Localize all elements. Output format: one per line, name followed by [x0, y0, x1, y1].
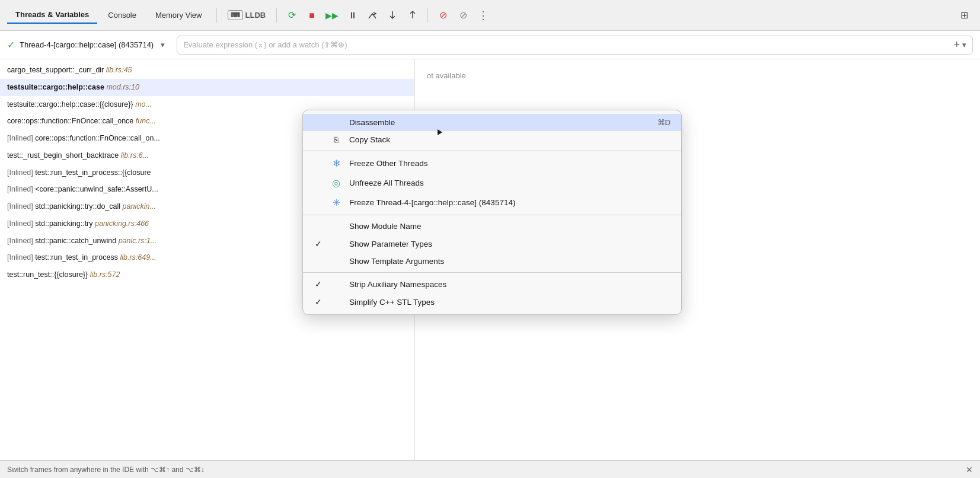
menu-item-simplify-stl[interactable]: ✓ Simplify C++ STL Types: [303, 293, 681, 311]
menu-check-strip-aux: ✓: [314, 279, 323, 289]
copy-stack-icon: ⎘: [330, 135, 342, 144]
menu-label-disassemble: Disassemble: [349, 118, 395, 127]
unfreeze-all-icon: ◎: [330, 177, 342, 189]
menu-sep-3: [303, 272, 681, 273]
menu-item-show-module[interactable]: Show Module Name: [303, 218, 681, 235]
menu-shortcut-disassemble: ⌘D: [657, 118, 671, 127]
freeze-thread-icon: ✳: [330, 197, 342, 208]
menu-label-show-param-types: Show Parameter Types: [349, 240, 432, 248]
menu-label-freeze-thread: Freeze Thread-4-[cargo::help::case] (843…: [349, 198, 515, 207]
menu-label-simplify-stl: Simplify C++ STL Types: [349, 298, 435, 307]
menu-item-show-param-types[interactable]: ✓ Show Parameter Types: [303, 235, 681, 253]
menu-sep-1: [303, 151, 681, 151]
menu-label-show-template-args: Show Template Arguments: [349, 257, 444, 266]
menu-item-unfreeze-all[interactable]: ◎ Unfreeze All Threads: [303, 173, 681, 193]
menu-check-simplify-stl: ✓: [314, 297, 323, 307]
menu-item-disassemble[interactable]: Disassemble ⌘D: [303, 114, 681, 131]
menu-label-strip-aux: Strip Auxiliary Namespaces: [349, 280, 446, 289]
menu-check-show-param-types: ✓: [314, 239, 323, 248]
menu-label-copy-stack: Copy Stack: [349, 135, 390, 144]
menu-item-freeze-other[interactable]: ❄ Freeze Other Threads: [303, 154, 681, 173]
menu-label-show-module: Show Module Name: [349, 222, 422, 231]
menu-label-freeze-other: Freeze Other Threads: [349, 159, 428, 168]
menu-item-strip-aux[interactable]: ✓ Strip Auxiliary Namespaces: [303, 275, 681, 293]
freeze-other-icon: ❄: [330, 158, 342, 169]
menu-item-freeze-thread[interactable]: ✳ Freeze Thread-4-[cargo::help::case] (8…: [303, 193, 681, 212]
context-menu: Disassemble ⌘D ⎘ Copy Stack ❄ Freeze Oth…: [302, 110, 682, 315]
menu-sep-2: [303, 215, 681, 215]
menu-label-unfreeze-all: Unfreeze All Threads: [349, 179, 424, 187]
menu-item-copy-stack[interactable]: ⎘ Copy Stack: [303, 131, 681, 148]
context-menu-overlay[interactable]: Disassemble ⌘D ⎘ Copy Stack ❄ Freeze Oth…: [0, 0, 980, 478]
menu-item-show-template-args[interactable]: Show Template Arguments: [303, 253, 681, 270]
